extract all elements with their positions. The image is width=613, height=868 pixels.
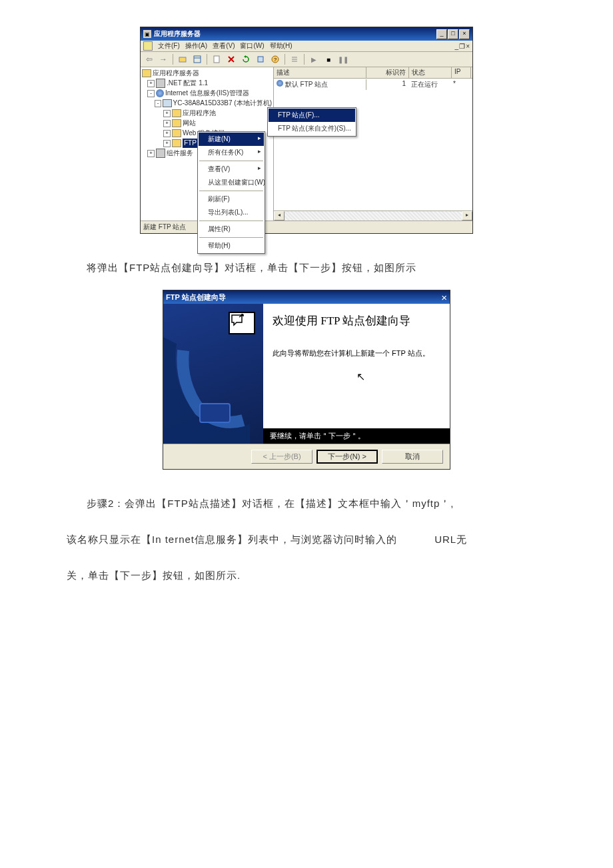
scroll-right-button[interactable]: ▸: [462, 211, 472, 220]
wizard-next-button[interactable]: 下一步(N) >: [316, 450, 378, 464]
ctx-alltasks[interactable]: 所有任务(K)▸: [199, 146, 264, 159]
svg-rect-3: [214, 56, 219, 63]
expand-icon[interactable]: +: [147, 150, 155, 157]
ctx-export[interactable]: 导出列表(L)...: [199, 206, 264, 219]
ctx-label: 刷新(F): [208, 195, 230, 203]
maximize-button[interactable]: □: [448, 29, 458, 39]
refresh-icon[interactable]: [239, 53, 253, 65]
svg-text:?: ?: [274, 57, 277, 63]
col-ip[interactable]: IP: [452, 67, 471, 78]
toolbar-separator: [173, 54, 173, 65]
tree-label: YC-38A8A15D33B7 (本地计算机): [173, 99, 272, 108]
list-row[interactable]: 默认 FTP 站点 1 正在运行 *: [274, 79, 472, 91]
ctx-label: FTP 站点(来自文件)(S)...: [278, 125, 351, 132]
wizard-sidebar: [163, 304, 263, 444]
ctx-new[interactable]: 新建(N)▸: [199, 133, 264, 146]
ctx-ftp-site[interactable]: FTP 站点(F)...: [269, 109, 355, 122]
wizard-body: 欢迎使用 FTP 站点创建向导 此向导将帮助您在计算机上新建一个 FTP 站点。…: [163, 304, 450, 444]
wizard-close-button[interactable]: ×: [441, 292, 447, 303]
submenu-arrow-icon: ▸: [258, 148, 261, 155]
properties-icon[interactable]: [210, 53, 223, 65]
wizard-cancel-button[interactable]: 取消: [382, 450, 443, 464]
stop-icon[interactable]: ■: [322, 53, 335, 65]
tree-item[interactable]: -Internet 信息服务(IIS)管理器: [142, 89, 272, 99]
col-identifier[interactable]: 标识符: [366, 67, 409, 78]
para-step2: 步骤2：会弹出【FTP站点描述】对话框，在【描述】文本框中输入＇myftp＇,: [67, 490, 546, 518]
wizard-back-button[interactable]: < 上一步(B): [251, 450, 312, 464]
tree-pane[interactable]: 应用程序服务器 +.NET 配置 1.1 -Internet 信息服务(IIS)…: [141, 67, 274, 220]
collapse-icon[interactable]: -: [155, 100, 161, 107]
ftp-site-icon: [277, 80, 283, 87]
ctx-label: 所有任务(K): [208, 149, 243, 156]
tree-label: 应用程序池: [183, 109, 216, 118]
titlebar[interactable]: ▣ 应用程序服务器 _ □ ×: [141, 27, 472, 41]
play-icon[interactable]: ▶: [307, 53, 320, 65]
tree-item[interactable]: +应用程序池: [142, 109, 272, 119]
menu-action[interactable]: 操作(A): [185, 41, 207, 51]
cell-desc: 默认 FTP 站点: [285, 81, 328, 88]
up-icon[interactable]: [176, 53, 189, 65]
list-pane[interactable]: 描述 标识符 状态 IP 默认 FTP 站点 1 正在运行 * FTP 站点(F…: [274, 67, 472, 220]
wizard-continue-text: 要继续，请单击＂下一步＂。: [263, 428, 450, 444]
wizard-main: 欢迎使用 FTP 站点创建向导 此向导将帮助您在计算机上新建一个 FTP 站点。…: [263, 304, 450, 444]
ctx-label: 从这里创建窗口(W): [208, 179, 265, 186]
col-description[interactable]: 描述: [274, 67, 366, 78]
wizard-titlebar[interactable]: FTP 站点创建向导 ×: [163, 290, 450, 304]
menu-file[interactable]: 文件(F): [158, 41, 180, 51]
ctx-refresh[interactable]: 刷新(F): [199, 193, 264, 206]
toolbar: ⇦ → ? ▶ ■ ❚❚: [141, 52, 472, 67]
svg-rect-0: [179, 57, 186, 62]
ctx-label: FTP 站点(F)...: [278, 111, 320, 119]
folder-icon: [142, 69, 151, 77]
scroll-left-button[interactable]: ◂: [274, 211, 285, 220]
wizard-title: FTP 站点创建向导: [166, 292, 441, 302]
list-view-icon[interactable]: [288, 53, 301, 65]
gear-icon: [156, 79, 165, 88]
tree-item[interactable]: -YC-38A8A15D33B7 (本地计算机): [142, 99, 272, 109]
expand-icon[interactable]: +: [147, 80, 155, 87]
help-icon[interactable]: ?: [269, 53, 282, 65]
child-close-button[interactable]: ×: [466, 43, 470, 50]
context-submenu: FTP 站点(F)... FTP 站点(来自文件)(S)...: [267, 107, 356, 137]
iis-manager-window: ▣ 应用程序服务器 _ □ × 文件(F) 操作(A) 查看(V) 窗口(W) …: [140, 27, 473, 234]
back-button[interactable]: ⇦: [143, 55, 155, 64]
mmc-icon: [143, 41, 153, 51]
statusbar: 新建 FTP 站点: [141, 220, 472, 233]
toolbar-separator: [207, 54, 207, 65]
horizontal-scrollbar[interactable]: ◂ ▸: [274, 211, 472, 220]
wizard-heading: 欢迎使用 FTP 站点创建向导: [273, 313, 440, 328]
ctx-newwin[interactable]: 从这里创建窗口(W): [199, 176, 264, 189]
expand-icon[interactable]: +: [163, 120, 171, 127]
menu-help[interactable]: 帮助(H): [270, 41, 293, 51]
wizard-description: 此向导将帮助您在计算机上新建一个 FTP 站点。: [273, 348, 440, 358]
forward-button[interactable]: →: [157, 55, 170, 64]
show-hide-icon[interactable]: [191, 53, 204, 65]
expand-icon[interactable]: +: [163, 140, 171, 147]
tree-root[interactable]: 应用程序服务器: [142, 69, 272, 79]
window-title: 应用程序服务器: [154, 29, 436, 39]
ctx-view[interactable]: 查看(V)▸: [199, 163, 264, 176]
menu-window[interactable]: 窗口(W): [240, 41, 264, 51]
tree-label: 组件服务: [167, 149, 193, 158]
minimize-button[interactable]: _: [436, 29, 447, 39]
ctx-label: 查看(V): [208, 165, 230, 173]
tree-label: 网站: [183, 119, 196, 128]
para-3a: 该名称只显示在【In ternet信息服务】列表中，与浏览器访问时输入的: [67, 534, 397, 545]
child-restore-button[interactable]: ❐: [459, 43, 465, 50]
delete-icon[interactable]: [225, 53, 238, 65]
tree-item[interactable]: +网站: [142, 119, 272, 129]
menu-view[interactable]: 查看(V): [213, 41, 235, 51]
scroll-track[interactable]: [285, 211, 462, 220]
child-minimize-button[interactable]: _: [455, 43, 459, 50]
expand-icon[interactable]: +: [163, 130, 171, 137]
ctx-ftp-file[interactable]: FTP 站点(来自文件)(S)...: [269, 122, 355, 135]
submenu-arrow-icon: ▸: [258, 135, 261, 141]
col-state[interactable]: 状态: [409, 67, 452, 78]
export-icon[interactable]: [254, 53, 267, 65]
close-button[interactable]: ×: [459, 29, 470, 39]
collapse-icon[interactable]: -: [147, 90, 155, 97]
expand-icon[interactable]: +: [163, 110, 171, 117]
cell-id: 1: [366, 79, 408, 90]
pause-icon[interactable]: ❚❚: [336, 53, 350, 65]
tree-item[interactable]: +.NET 配置 1.1: [142, 79, 272, 89]
